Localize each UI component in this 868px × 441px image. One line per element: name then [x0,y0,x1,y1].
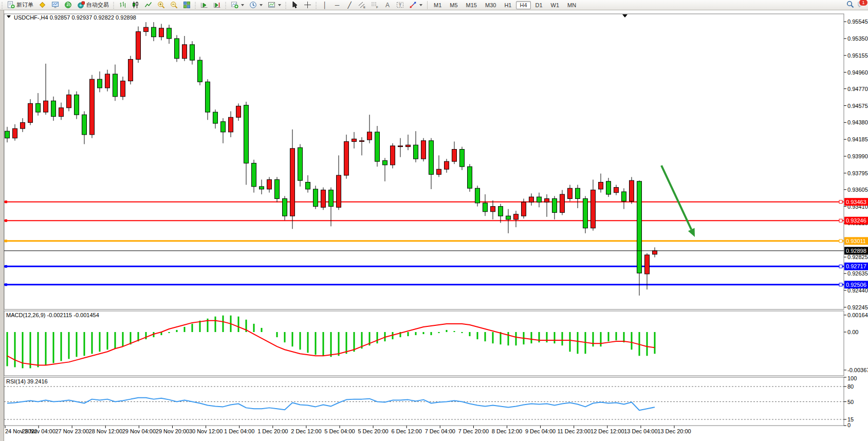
notification-badge: 1 [859,0,868,6]
zoom-in-button[interactable] [155,0,167,10]
zoom-in-icon [157,1,165,9]
crosshair-tool-button[interactable] [302,0,313,10]
metaeditor-button[interactable] [36,0,48,10]
templates-button[interactable] [266,0,283,10]
candle-body [136,32,141,60]
timeframe-h4-button[interactable]: H4 [516,1,530,9]
timeframe-h1-button[interactable]: H1 [501,1,515,9]
timeframe-w1-button[interactable]: W1 [547,1,563,9]
trendline-tool-button[interactable]: ╱ [344,0,355,10]
timeframe-d1-button[interactable]: D1 [532,1,546,9]
timeframe-m30-button[interactable]: M30 [482,1,500,9]
new-order-button[interactable]: 新订单 [5,0,35,10]
line-chart-icon [144,1,152,9]
svg-text:0.95155: 0.95155 [847,52,868,59]
timeframe-m15-button[interactable]: M15 [463,1,481,9]
vertical-line-tool-button[interactable]: │ [319,0,330,10]
templates-dropdown-caret[interactable] [278,4,281,6]
auto-trading-button[interactable]: 自动交易 [75,0,111,10]
equidistant-channel-icon: E [358,1,366,9]
svg-text:29 Nov 04:00: 29 Nov 04:00 [122,428,156,434]
svg-text:0.95350: 0.95350 [847,35,868,42]
timeframe-mn-button[interactable]: MN [564,1,580,9]
market-watch-button[interactable] [49,0,61,10]
rsi-pane[interactable] [4,377,844,426]
candle-body [606,181,611,194]
arrows-dropdown-caret[interactable] [419,4,422,6]
candle-body [82,115,87,135]
candle-body [421,141,426,159]
signals-button[interactable] [62,0,74,10]
search-icon[interactable] [846,1,854,8]
candle-body [44,101,48,112]
metaeditor-icon [39,1,46,9]
candle-body [522,202,526,216]
auto-scroll-button[interactable] [198,0,210,10]
svg-text:0.93011: 0.93011 [846,238,866,244]
main-chart-pane[interactable] [4,14,844,309]
candle-body [51,101,56,116]
toolbar-grip[interactable] [225,2,227,9]
toolbar-grip[interactable] [1,2,4,9]
candle-body [398,146,403,147]
zoom-out-icon [170,1,178,9]
line-anchor-marker[interactable] [5,283,7,286]
indicators-button[interactable] [229,0,246,10]
fibonacci-icon: F [371,1,379,9]
arrows-tool-button[interactable] [407,0,424,10]
bar-chart-button[interactable] [117,0,128,10]
fibonacci-tool-button[interactable]: F [369,0,381,10]
text-label-tool-button[interactable]: T [394,0,406,10]
chat-button[interactable]: 1 [857,1,865,8]
candle-body [391,146,395,165]
timeframe-m1-button[interactable]: M1 [430,1,445,9]
horizontal-line-tool-button[interactable]: ─ [331,0,343,10]
toolbar-grip[interactable] [113,2,115,9]
chart-canvas[interactable]: 0.955450.953500.951550.949600.947700.945… [0,0,868,441]
toolbar-grip[interactable] [315,2,318,9]
candle-body [630,180,634,201]
auto-trading-label: 自动交易 [86,1,109,9]
line-anchor-marker[interactable] [5,219,7,222]
candle-body [344,141,349,175]
horizontal-line-icon: ─ [334,2,341,9]
toolbar-grip[interactable] [285,2,287,9]
svg-text:7 Dec 04:00: 7 Dec 04:00 [425,428,455,434]
svg-text:0.92245: 0.92245 [847,304,868,310]
candle-body [406,145,411,146]
svg-text:11 Dec 23:00: 11 Dec 23:00 [557,428,590,434]
candle-body [583,198,588,228]
cursor-tool-button[interactable] [289,0,301,10]
candle-body [290,149,295,216]
periods-button[interactable] [247,0,265,10]
candle-body [67,95,71,107]
line-anchor-marker[interactable] [5,240,7,242]
candle-body [13,128,17,138]
toolbar-grip[interactable] [194,2,197,9]
candle-body [190,45,195,60]
candle-body [599,182,603,189]
auto-scroll-icon [200,1,208,9]
candle-body [206,82,210,112]
line-anchor-marker[interactable] [5,265,7,268]
svg-text:0.93990: 0.93990 [847,153,868,159]
svg-text:0.95545: 0.95545 [847,19,868,25]
equidistant-channel-tool-button[interactable]: E [356,0,368,10]
tile-windows-button[interactable] [181,0,193,10]
timeframe-m5-button[interactable]: M5 [446,1,461,9]
main-toolbar: 新订单 自动交易 [0,0,868,10]
zoom-out-button[interactable] [168,0,180,10]
periods-dropdown-caret[interactable] [260,4,263,6]
line-chart-button[interactable] [142,0,154,10]
line-anchor-marker[interactable] [5,200,7,203]
candle-body [21,122,25,128]
candlestick-chart-button[interactable] [130,0,141,10]
autotrading-icon [77,1,85,9]
indicators-dropdown-caret[interactable] [241,4,244,6]
chart-shift-button[interactable] [211,0,223,10]
text-tool-button[interactable]: A [382,0,393,10]
candlestick-chart-icon [132,1,139,9]
indicators-icon [231,1,238,9]
candle-body [221,122,226,132]
candle-body [414,145,418,159]
